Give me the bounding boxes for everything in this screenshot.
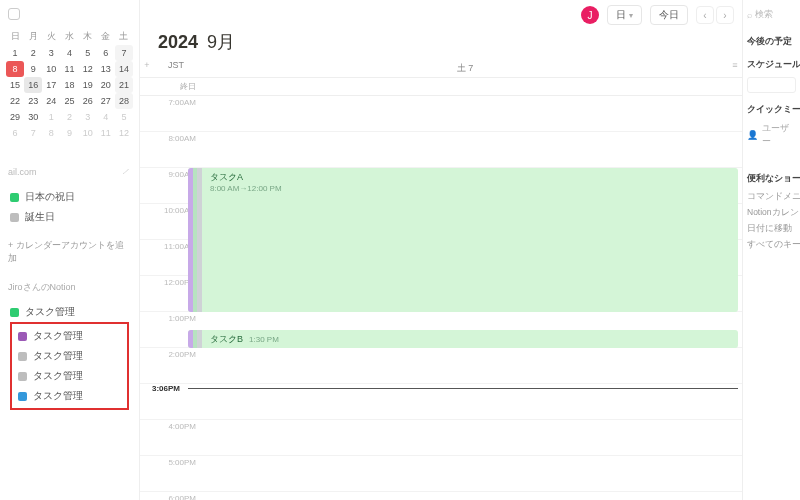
mc-day[interactable]: 14 xyxy=(115,61,133,77)
mc-day[interactable]: 15 xyxy=(6,77,24,93)
mc-day[interactable]: 7 xyxy=(24,125,42,141)
calendar-event[interactable]: タスクA8:00 AM→12:00 PM xyxy=(188,168,738,312)
mc-day[interactable]: 20 xyxy=(97,77,115,93)
now-indicator xyxy=(188,388,738,389)
account-email: ail.com xyxy=(8,167,37,177)
mc-day[interactable]: 13 xyxy=(97,61,115,77)
mc-dow: 金 xyxy=(97,28,115,45)
view-switcher[interactable]: 日▾ xyxy=(607,5,642,25)
allday-cell[interactable] xyxy=(202,78,728,92)
mc-day[interactable]: 4 xyxy=(97,109,115,125)
next-button[interactable]: › xyxy=(716,6,734,24)
mc-day[interactable]: 11 xyxy=(97,125,115,141)
day-column-header: 土 7 xyxy=(202,60,728,77)
column-menu-button[interactable]: ≡ xyxy=(728,60,742,77)
avatar[interactable]: J xyxy=(581,6,599,24)
mc-day[interactable]: 8 xyxy=(42,125,60,141)
mc-day[interactable]: 18 xyxy=(60,77,78,93)
mc-day[interactable]: 17 xyxy=(42,77,60,93)
mc-day[interactable]: 28 xyxy=(115,93,133,109)
mc-day[interactable]: 29 xyxy=(6,109,24,125)
add-event-button[interactable]: + xyxy=(140,60,154,77)
mc-day[interactable]: 4 xyxy=(60,45,78,61)
shortcut-item[interactable]: Notionカレン xyxy=(747,207,796,219)
color-swatch xyxy=(10,308,19,317)
color-swatch xyxy=(18,372,27,381)
mc-day[interactable]: 22 xyxy=(6,93,24,109)
color-swatch xyxy=(18,392,27,401)
mc-day[interactable]: 5 xyxy=(79,45,97,61)
mc-day[interactable]: 12 xyxy=(115,125,133,141)
mc-day[interactable]: 3 xyxy=(79,109,97,125)
visibility-icon[interactable]: ⟋ xyxy=(120,165,131,177)
mc-day[interactable]: 12 xyxy=(79,61,97,77)
shortcut-item[interactable]: 日付に移動 xyxy=(747,223,796,235)
upcoming-heading: 今後の予定 xyxy=(747,35,796,48)
event-source-strips xyxy=(188,168,202,312)
mc-day[interactable]: 30 xyxy=(24,109,42,125)
mc-day[interactable]: 26 xyxy=(79,93,97,109)
color-swatch xyxy=(18,332,27,341)
mc-day[interactable]: 11 xyxy=(60,61,78,77)
calendar-label: タスク管理 xyxy=(33,389,83,403)
events-layer: タスクA8:00 AM→12:00 PMタスクB1:30 PM xyxy=(188,96,738,500)
calendar-item[interactable]: タスク管理 xyxy=(14,346,125,366)
calendar-item[interactable]: タスク管理 xyxy=(14,366,125,386)
mc-day[interactable]: 1 xyxy=(6,45,24,61)
mc-day[interactable]: 10 xyxy=(42,61,60,77)
mc-day[interactable]: 6 xyxy=(6,125,24,141)
calendar-event[interactable]: タスクB1:30 PM xyxy=(188,330,738,348)
shortcut-item[interactable]: コマンドメニュ xyxy=(747,191,796,203)
search-box[interactable]: ⌕ 検索 xyxy=(747,8,796,21)
calendar-item[interactable]: タスク管理 xyxy=(6,302,133,322)
calendar-label: 誕生日 xyxy=(25,210,55,224)
mc-day[interactable]: 8 xyxy=(6,61,24,77)
event-time: 8:00 AM→12:00 PM xyxy=(210,184,732,193)
mc-day[interactable]: 6 xyxy=(97,45,115,61)
highlighted-calendars-box: タスク管理タスク管理タスク管理タスク管理 xyxy=(10,322,129,410)
mc-day[interactable]: 9 xyxy=(60,125,78,141)
mc-day[interactable]: 21 xyxy=(115,77,133,93)
title-row: 2024 9月 xyxy=(140,30,742,60)
day-header: + JST 土 7 ≡ xyxy=(140,60,742,78)
mc-day[interactable]: 3 xyxy=(42,45,60,61)
calendar-label: タスク管理 xyxy=(25,305,75,319)
mc-day[interactable]: 27 xyxy=(97,93,115,109)
mc-day[interactable]: 25 xyxy=(60,93,78,109)
panel-icon xyxy=(8,8,20,20)
mc-day[interactable]: 1 xyxy=(42,109,60,125)
shortcuts-heading: 便利なショー xyxy=(747,172,796,185)
notion-calendars: タスク管理 タスク管理タスク管理タスク管理タスク管理 xyxy=(0,298,139,418)
prev-button[interactable]: ‹ xyxy=(696,6,714,24)
calendar-item[interactable]: タスク管理 xyxy=(14,326,125,346)
mc-day[interactable]: 24 xyxy=(42,93,60,109)
mc-day[interactable]: 7 xyxy=(115,45,133,61)
allday-label: 終日 xyxy=(154,78,202,95)
calendar-item[interactable]: タスク管理 xyxy=(14,386,125,406)
mc-dow: 日 xyxy=(6,28,24,45)
mc-day[interactable]: 5 xyxy=(115,109,133,125)
notion-section-label: JiroさんのNotion xyxy=(0,273,139,298)
mc-day[interactable]: 10 xyxy=(79,125,97,141)
calendar-item[interactable]: 誕生日 xyxy=(6,207,133,227)
mc-day[interactable]: 2 xyxy=(60,109,78,125)
shortcut-item[interactable]: すべてのキーに xyxy=(747,239,796,251)
page-title: 2024 9月 xyxy=(158,30,235,54)
mc-dow: 土 xyxy=(115,28,133,45)
chevron-down-icon: ▾ xyxy=(629,11,633,20)
tz-label: JST xyxy=(154,60,202,77)
mc-day[interactable]: 23 xyxy=(24,93,42,109)
mc-day[interactable]: 19 xyxy=(79,77,97,93)
add-calendar-account[interactable]: + カレンダーアカウントを追加 xyxy=(0,231,139,273)
user-row[interactable]: 👤ユーザー xyxy=(747,122,796,148)
calendar-item[interactable]: 日本の祝日 xyxy=(6,187,133,207)
event-time: 1:30 PM xyxy=(249,335,279,344)
sidebar-toggle[interactable] xyxy=(0,6,139,22)
mc-day[interactable]: 16 xyxy=(24,77,42,93)
topbar: J 日▾ 今日 ‹ › xyxy=(140,0,742,30)
mc-day[interactable]: 2 xyxy=(24,45,42,61)
schedule-input[interactable] xyxy=(747,77,796,93)
mc-day[interactable]: 9 xyxy=(24,61,42,77)
event-title: タスクA xyxy=(210,171,732,184)
today-button[interactable]: 今日 xyxy=(650,5,688,25)
